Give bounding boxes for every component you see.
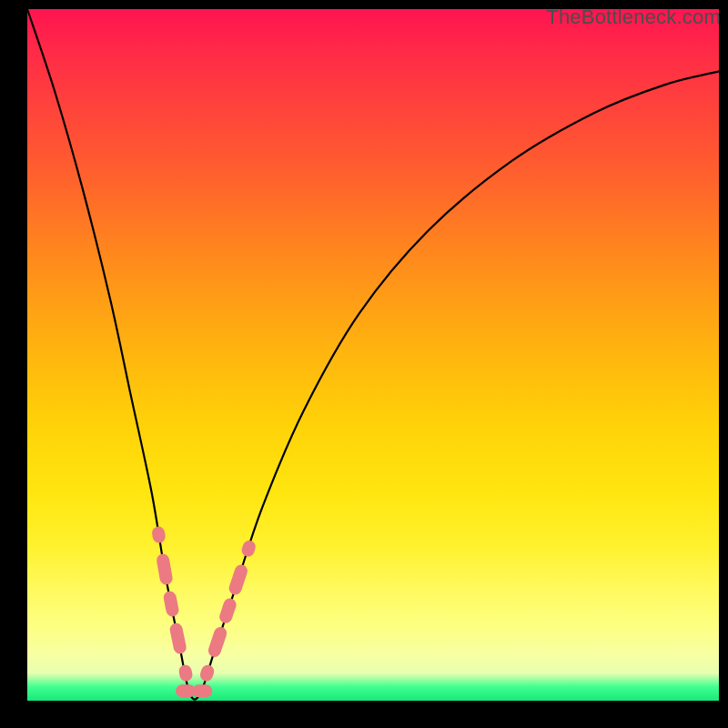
curve-marker bbox=[217, 597, 238, 625]
curve-marker bbox=[240, 539, 258, 559]
curve-marker bbox=[151, 526, 167, 544]
curve-marker bbox=[192, 684, 212, 697]
bottleneck-curve bbox=[27, 9, 719, 700]
curve-marker bbox=[228, 563, 249, 597]
watermark-text: TheBottleneck.com bbox=[546, 5, 721, 29]
chart-plot-area bbox=[27, 9, 719, 701]
chart-frame: TheBottleneck.com bbox=[0, 0, 728, 728]
curve-marker bbox=[177, 663, 193, 682]
bottleneck-curve-path bbox=[27, 9, 719, 700]
curve-marker bbox=[207, 625, 228, 659]
curve-marker bbox=[156, 553, 174, 586]
curve-markers bbox=[151, 526, 258, 698]
curve-marker bbox=[162, 590, 179, 617]
curve-marker bbox=[198, 663, 216, 683]
curve-marker bbox=[168, 622, 187, 655]
chart-svg bbox=[27, 9, 719, 701]
